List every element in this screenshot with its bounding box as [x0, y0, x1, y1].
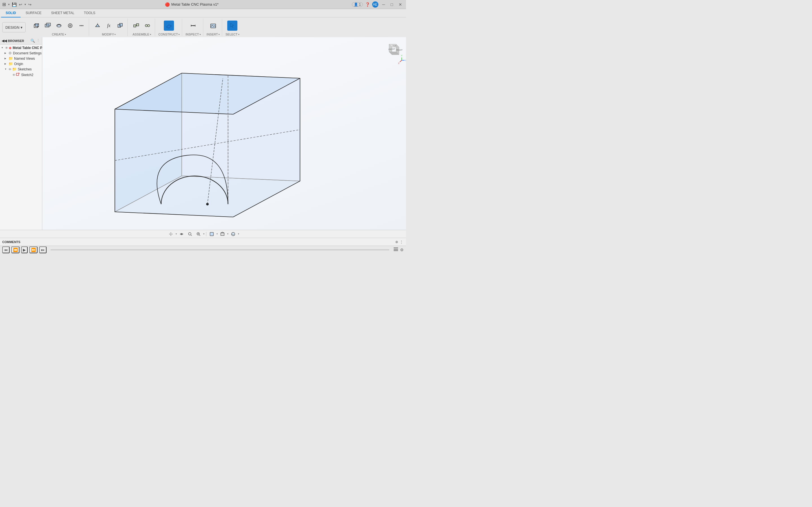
- svg-point-19: [145, 24, 147, 27]
- env-arrow-icon[interactable]: ▾: [238, 233, 239, 235]
- close-button[interactable]: ✕: [397, 2, 404, 7]
- dropdown-arrow-icon[interactable]: ▾: [8, 3, 10, 6]
- create-revolve-icon[interactable]: [65, 20, 75, 31]
- grid-button[interactable]: [167, 231, 174, 237]
- minimize-button[interactable]: ─: [380, 2, 387, 7]
- help-button[interactable]: ❓: [365, 2, 370, 7]
- view-cube[interactable]: X Y Z TOP FRONT RIGHT: [380, 40, 403, 62]
- create-label[interactable]: CREATE▾: [52, 33, 66, 36]
- tabs-row: SOLID SURFACE SHEET METAL TOOLS: [0, 9, 406, 17]
- anim-gear-icon[interactable]: ⚙: [400, 247, 404, 252]
- tab-tools[interactable]: TOOLS: [80, 9, 100, 17]
- zoom-fit-button[interactable]: [186, 231, 194, 237]
- animation-track[interactable]: [50, 249, 389, 250]
- construct-label[interactable]: CONSTRUCT▾: [158, 33, 180, 36]
- environment-button[interactable]: [230, 231, 237, 237]
- user-badge: 👤 1: [352, 2, 363, 7]
- title-bar: ⊞ ▾ 💾 ↩ ▾ ↪ 🔴 Metal Table CNC Plasma v1*…: [0, 0, 406, 9]
- browser-title: ◀◀ BROWSER: [2, 39, 24, 43]
- visual-style-button[interactable]: [219, 231, 226, 237]
- tree-item-named-views[interactable]: ▶ 📁 Named Views: [0, 56, 42, 61]
- svg-point-20: [147, 24, 150, 27]
- assemble-joint-icon[interactable]: [142, 20, 153, 31]
- zoom-button[interactable]: [195, 231, 202, 237]
- sketches-label: Sketches: [18, 67, 32, 71]
- anim-step-forward-button[interactable]: ⏩: [29, 246, 38, 253]
- gear-icon: ⚙: [8, 51, 12, 55]
- browser-collapse-icon[interactable]: ◀◀: [2, 39, 7, 43]
- modify-label[interactable]: MODIFY▾: [102, 33, 116, 36]
- timeline-icon[interactable]: [393, 247, 398, 252]
- tab-surface[interactable]: SURFACE: [21, 9, 46, 17]
- orbit-button[interactable]: [178, 231, 185, 237]
- expand-sketches-icon[interactable]: ▼: [4, 68, 8, 70]
- modify-combine-icon[interactable]: [115, 20, 125, 31]
- anim-step-end-button[interactable]: ⏭: [39, 246, 47, 253]
- select-label[interactable]: SELECT▾: [225, 33, 239, 36]
- redo-icon[interactable]: ↪: [28, 2, 32, 7]
- create-icons: [31, 18, 87, 33]
- svg-point-11: [81, 25, 82, 26]
- design-arrow-icon: ▾: [20, 25, 22, 30]
- expand-root-icon[interactable]: ▼: [1, 47, 5, 49]
- undo-icon[interactable]: ↩: [19, 2, 22, 7]
- display-mode-button[interactable]: [208, 231, 215, 237]
- eye-root-icon[interactable]: 👁: [5, 46, 8, 50]
- undo-arrow-icon[interactable]: ▾: [24, 3, 26, 6]
- assemble-new-icon[interactable]: [131, 20, 141, 31]
- create-more-icon[interactable]: [77, 20, 87, 31]
- maximize-button[interactable]: □: [389, 2, 395, 7]
- visual-arrow-icon[interactable]: ▾: [227, 233, 229, 235]
- modify-fx-icon[interactable]: fx: [104, 20, 114, 31]
- expand-docsettings-icon[interactable]: ▶: [4, 52, 8, 54]
- design-button[interactable]: DESIGN ▾: [2, 22, 26, 33]
- modify-extrude-icon[interactable]: [93, 20, 103, 31]
- eye-sketch2-icon[interactable]: 👁: [12, 73, 15, 76]
- save-icon[interactable]: 💾: [12, 2, 17, 7]
- anim-step-back-button[interactable]: ⏪: [11, 246, 19, 253]
- anim-step-start-button[interactable]: ⏮: [2, 246, 10, 253]
- inspect-label[interactable]: INSPECT▾: [186, 33, 201, 36]
- user-avatar[interactable]: AE: [372, 1, 378, 8]
- comments-menu-icon[interactable]: ⋮: [399, 240, 404, 244]
- tree-item-doc-settings[interactable]: ▶ ⚙ Document Settings: [0, 50, 42, 56]
- inspect-measure-icon[interactable]: [188, 20, 198, 31]
- browser-menu-icon[interactable]: ⋮: [36, 39, 40, 43]
- comments-panel: COMMENTS ⊕ ⋮: [0, 238, 406, 245]
- viewport[interactable]: X Y Z TOP FRONT RIGHT: [42, 37, 406, 230]
- svg-rect-17: [137, 24, 139, 26]
- create-sweep-icon[interactable]: [54, 20, 64, 31]
- tree-item-origin[interactable]: ▶ 📁 Origin: [0, 61, 42, 66]
- view-cube-svg[interactable]: X Y Z TOP FRONT RIGHT: [380, 40, 406, 65]
- tab-sheetmetal[interactable]: SHEET METAL: [47, 9, 79, 17]
- insert-image-icon[interactable]: [208, 20, 218, 31]
- tree-item-sketch2[interactable]: 👁 Sketch2: [0, 72, 42, 78]
- anim-play-button[interactable]: ▶: [21, 246, 28, 253]
- browser-search-icon[interactable]: 🔍: [30, 39, 36, 43]
- construct-plane-icon[interactable]: [164, 20, 174, 31]
- tab-solid[interactable]: SOLID: [1, 9, 20, 17]
- app-grid-icon[interactable]: ⊞: [2, 2, 6, 7]
- app-layout: ⊞ ▾ 💾 ↩ ▾ ↪ 🔴 Metal Table CNC Plasma v1*…: [0, 0, 406, 253]
- svg-point-10: [80, 25, 81, 26]
- svg-line-67: [191, 235, 192, 236]
- create-sketch-icon[interactable]: [43, 20, 53, 31]
- zoom-arrow-icon[interactable]: ▾: [203, 233, 204, 235]
- toolbar-group-select: SELECT▾: [223, 18, 242, 36]
- expand-origin-icon[interactable]: ▶: [4, 62, 8, 65]
- named-views-label: Named Views: [14, 57, 35, 61]
- browser-label: BROWSER: [8, 39, 24, 43]
- eye-sketches-icon[interactable]: 👁: [8, 68, 11, 71]
- grid-arrow-icon[interactable]: ▾: [175, 233, 177, 235]
- tree-item-root[interactable]: ▼ 👁 ◆ Metal Table CNC Plasma v1 ⊙: [0, 45, 42, 50]
- insert-label[interactable]: INSERT▾: [207, 33, 220, 36]
- create-box-icon[interactable]: [31, 20, 42, 31]
- animation-bar: ⏮ ⏪ ▶ ⏩ ⏭ ⚙: [0, 245, 406, 253]
- expand-namedviews-icon[interactable]: ▶: [4, 57, 8, 60]
- tree-item-sketches[interactable]: ▼ 👁 📁 Sketches: [0, 66, 42, 72]
- display-arrow-icon[interactable]: ▾: [216, 233, 218, 235]
- assemble-label[interactable]: ASSEMBLE▾: [133, 33, 151, 36]
- comments-add-icon[interactable]: ⊕: [395, 240, 399, 244]
- toolbar-divider-1: [206, 232, 206, 236]
- select-cursor-icon[interactable]: [227, 20, 238, 31]
